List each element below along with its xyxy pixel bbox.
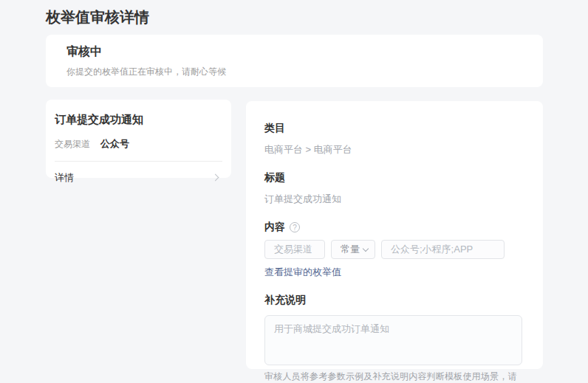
remark-textarea[interactable]: 用于商城提交成功订单通知: [264, 315, 522, 365]
param-type-selected-value: 常量: [341, 241, 360, 258]
review-status-description: 你提交的枚举值正在审核中，请耐心等候: [66, 66, 522, 78]
category-group: 类目 电商平台 > 电商平台: [264, 122, 522, 156]
channel-value: 公众号: [100, 137, 129, 151]
chevron-down-icon: [363, 245, 369, 251]
remark-hint: 审核人员将参考参数示例及补充说明内容判断模板使用场景，请务必认真填写。: [264, 370, 522, 383]
content-group: 内容 ? 交易渠道 常量 公众号;小程序;APP 查看提审的枚举值: [264, 221, 522, 279]
title-label: 标题: [264, 171, 522, 184]
help-icon[interactable]: ?: [290, 222, 300, 232]
review-detail-card: 类目 电商平台 > 电商平台 标题 订单提交成功通知 内容 ? 交易渠道 常量 …: [246, 101, 543, 369]
page-title: 枚举值审核详情: [46, 7, 149, 27]
template-channel-row: 交易渠道 公众号: [55, 137, 222, 151]
detail-row[interactable]: 详情: [55, 162, 222, 186]
remark-group: 补充说明 用于商城提交成功订单通知 审核人员将参考参数示例及补充说明内容判断模板…: [264, 294, 522, 383]
template-title: 订单提交成功通知: [55, 113, 222, 127]
review-status-title: 审核中: [66, 44, 522, 60]
view-submitted-enums-link[interactable]: 查看提审的枚举值: [264, 266, 522, 279]
category-label: 类目: [264, 122, 522, 135]
content-label-text: 内容: [264, 221, 285, 234]
detail-label: 详情: [55, 171, 74, 184]
channel-label: 交易渠道: [55, 138, 90, 151]
remark-label: 补充说明: [264, 294, 522, 307]
review-status-card: 审核中 你提交的枚举值正在审核中，请耐心等候: [46, 35, 543, 87]
title-group: 标题 订单提交成功通知: [264, 171, 522, 206]
template-summary-card: 订单提交成功通知 交易渠道 公众号 详情: [46, 100, 231, 178]
chevron-right-icon: [212, 174, 219, 182]
title-value: 订单提交成功通知: [264, 193, 522, 206]
param-example-input[interactable]: 公众号;小程序;APP: [381, 240, 505, 259]
param-type-select[interactable]: 常量: [331, 240, 375, 259]
content-label: 内容 ?: [264, 221, 522, 234]
param-name-input[interactable]: 交易渠道: [264, 240, 325, 259]
category-value: 电商平台 > 电商平台: [264, 143, 522, 156]
content-inputs-row: 交易渠道 常量 公众号;小程序;APP: [264, 240, 522, 259]
